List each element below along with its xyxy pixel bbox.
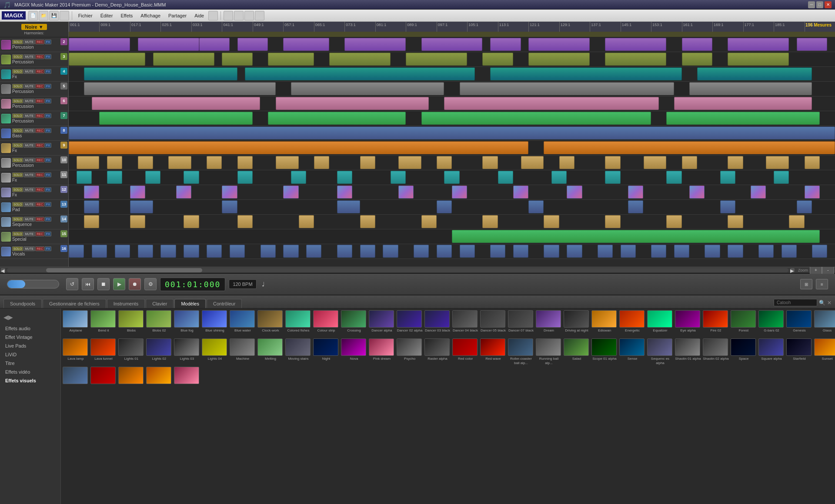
clip-8-6[interactable]	[276, 156, 299, 169]
clip-12-10[interactable]	[666, 215, 681, 228]
thumbnail-blobs_02[interactable]: Blobs 02	[146, 310, 172, 337]
track-row-13[interactable]	[69, 200, 835, 215]
track-row-14[interactable]	[69, 215, 835, 229]
clip-8-11[interactable]	[482, 156, 498, 169]
menu-partager[interactable]: Partager	[165, 12, 190, 20]
clip-0-4[interactable]	[283, 38, 329, 51]
clip-9-13[interactable]	[720, 171, 735, 184]
tab-instruments[interactable]: Instruments	[107, 299, 145, 308]
category-effets-video[interactable]: Effets vidéo	[0, 368, 60, 376]
thumbnail-lava_tunnel[interactable]: Lava tunnel	[90, 338, 117, 365]
thumbnail-genesis[interactable]: Genesis	[786, 310, 812, 337]
track-rec-12[interactable]: REC	[35, 187, 44, 192]
clip-14-6[interactable]	[207, 245, 222, 258]
track-solo-15[interactable]: SOLO	[12, 232, 23, 236]
track-fx-7[interactable]: FX	[45, 113, 51, 118]
clip-12-9[interactable]	[605, 215, 620, 228]
clip-9-10[interactable]	[551, 171, 567, 184]
clip-14-16[interactable]	[460, 245, 475, 258]
thumbnail-ediswan[interactable]: Ediswan	[591, 310, 618, 337]
clip-10-7[interactable]	[452, 186, 467, 199]
track-rec-11[interactable]: REC	[35, 172, 44, 177]
clip-12-6[interactable]	[421, 215, 437, 228]
clip-8-16[interactable]	[682, 156, 697, 169]
position-slider[interactable]	[7, 280, 59, 288]
track-rec-9[interactable]: REC	[35, 143, 44, 148]
track-row-5[interactable]	[69, 82, 835, 96]
thumbnail-sunset[interactable]: Sunset	[814, 338, 835, 365]
clip-12-1[interactable]	[130, 215, 145, 228]
clip-11-5[interactable]	[528, 200, 544, 213]
clip-14-7[interactable]	[230, 245, 245, 258]
clip-0-9[interactable]	[605, 38, 666, 51]
clip-8-7[interactable]	[314, 156, 329, 169]
maximize-button[interactable]: □	[816, 1, 823, 8]
clip-12-4[interactable]	[299, 215, 314, 228]
clip-14-1[interactable]	[92, 245, 107, 258]
clip-0-2[interactable]	[199, 38, 230, 51]
track-mute-14[interactable]: MUTE	[23, 217, 35, 222]
metronome-icon[interactable]: ♩	[262, 281, 265, 288]
clip-11-2[interactable]	[222, 200, 237, 213]
track-fx-5[interactable]: FX	[45, 84, 51, 89]
clip-12-3[interactable]	[237, 215, 253, 228]
clip-10-9[interactable]	[567, 186, 582, 199]
search-icon[interactable]: 🔍	[819, 300, 825, 306]
clip-9-8[interactable]	[444, 171, 459, 184]
track-mute-10[interactable]: MUTE	[23, 158, 35, 162]
menu-affichage[interactable]: Affichage	[137, 12, 164, 20]
clip-8-2[interactable]	[138, 156, 153, 169]
thumbnail-dream[interactable]: Dream	[536, 310, 562, 337]
clip-0-11[interactable]	[728, 38, 789, 51]
clip-14-4[interactable]	[160, 245, 176, 258]
grid-view-btn[interactable]: ⊞	[800, 279, 812, 289]
clip-13-0[interactable]	[452, 230, 820, 243]
track-rec-16[interactable]: REC	[35, 246, 44, 251]
clip-1-8[interactable]	[605, 53, 666, 66]
clip-4-1[interactable]	[276, 97, 429, 110]
track-rec-14[interactable]: REC	[35, 217, 44, 222]
track-solo-2[interactable]: SOLO	[12, 40, 23, 44]
new-button[interactable]: 📄	[28, 11, 38, 20]
tab-models[interactable]: Modèles	[174, 299, 206, 308]
clip-1-7[interactable]	[528, 53, 590, 66]
track-fx-2[interactable]: FX	[45, 40, 51, 44]
clip-14-18[interactable]	[513, 245, 528, 258]
track-mute-13[interactable]: MUTE	[23, 202, 35, 207]
clip-5-1[interactable]	[268, 112, 406, 125]
clip-10-13[interactable]	[805, 186, 820, 199]
menu-fichier[interactable]: Fichier	[75, 12, 96, 20]
thumbnail-equalizer[interactable]: Equalizer	[647, 310, 673, 337]
clip-11-7[interactable]	[720, 200, 735, 213]
clip-5-3[interactable]	[666, 112, 819, 125]
track-solo-10[interactable]: SOLO	[12, 158, 23, 162]
clip-8-19[interactable]	[805, 156, 820, 169]
category-effets-audio[interactable]: Effets audio	[0, 324, 60, 333]
clip-0-5[interactable]	[344, 38, 406, 51]
clip-10-6[interactable]	[398, 186, 414, 199]
clip-9-3[interactable]	[184, 171, 199, 184]
track-mute-7[interactable]: MUTE	[23, 113, 35, 118]
clip-3-3[interactable]	[689, 82, 812, 95]
clip-3-0[interactable]	[84, 82, 276, 95]
thumbnail-dancer_04_black[interactable]: Dancer 04 black	[452, 310, 478, 337]
clip-0-6[interactable]	[421, 38, 483, 51]
clip-10-12[interactable]	[751, 186, 766, 199]
search-input[interactable]	[774, 299, 817, 306]
clip-14-11[interactable]	[337, 245, 352, 258]
clip-5-0[interactable]	[99, 112, 252, 125]
undo2-button[interactable]: ↩	[224, 11, 233, 20]
clip-14-28[interactable]	[782, 245, 797, 258]
menu-aide[interactable]: Aide	[191, 12, 207, 20]
category-effet-vintage[interactable]: Effet Vintage	[0, 333, 60, 342]
track-mute-9[interactable]: MUTE	[23, 143, 35, 148]
clip-1-4[interactable]	[329, 53, 391, 66]
clip-9-2[interactable]	[145, 171, 160, 184]
track-rec-13[interactable]: REC	[35, 202, 44, 207]
track-fx-11[interactable]: FX	[45, 172, 51, 177]
thumbnail-lights_01[interactable]: Lights 01	[118, 338, 144, 365]
clip-14-9[interactable]	[283, 245, 298, 258]
track-row-7[interactable]	[69, 111, 835, 126]
track-rec-7[interactable]: REC	[35, 113, 44, 118]
thumbnail-space[interactable]: Space	[731, 338, 757, 365]
